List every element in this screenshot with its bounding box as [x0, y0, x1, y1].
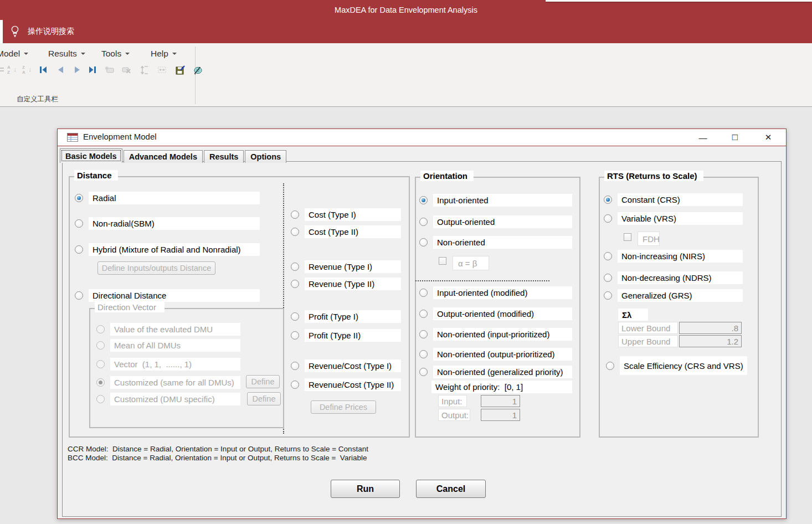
radio-cost-type2[interactable]: Cost (Type II): [291, 225, 401, 238]
radio-vector-ones-label[interactable]: Vector (1, 1, ......, 1): [110, 358, 240, 371]
radio-hybrid[interactable]: Hybrid (Mixture of Radial and Nonradial): [75, 243, 260, 256]
minimize-button[interactable]: —: [693, 131, 712, 143]
radio-revenue-type1-label[interactable]: Revenue (Type I): [305, 260, 401, 273]
radio-hybrid-label[interactable]: Hybrid (Mixture of Radial and Nonradial): [89, 243, 260, 256]
radio-cost-type1-label[interactable]: Cost (Type I): [305, 208, 401, 221]
cancel-button[interactable]: Cancel: [416, 480, 486, 498]
previous-record-icon[interactable]: [55, 65, 65, 75]
radio-non-oriented-output-prioritized-label[interactable]: Non-oriented (output-prioritized): [433, 348, 572, 361]
radio-scale-efficiency-label[interactable]: Scale Efficiency (CRS and VRS): [620, 356, 747, 375]
radio-non-radial-sbm[interactable]: Non-radial(SBM): [75, 217, 260, 230]
radio-revenue-cost-type2[interactable]: Revenue/Cost (Type II): [291, 378, 401, 391]
menu-tools[interactable]: Tools: [101, 48, 130, 60]
menu-results[interactable]: Results: [48, 48, 85, 60]
radio-icon: [75, 245, 83, 254]
menu-model[interactable]: Model: [0, 48, 28, 60]
radio-profit-type1-label[interactable]: Profit (Type I): [305, 310, 401, 323]
radio-customized-dmu-specific[interactable]: Customized (DMU specific): [96, 393, 240, 405]
radio-generalized-grs-label[interactable]: Generalized (GRS): [618, 289, 743, 302]
radio-vector-ones[interactable]: Vector (1, 1, ......, 1): [96, 358, 240, 371]
radio-non-oriented-output-prioritized[interactable]: Non-oriented (output-prioritized): [419, 348, 572, 361]
radio-non-oriented-input-prioritized[interactable]: Non-oriented (input-prioritized): [419, 328, 572, 341]
radio-output-oriented-modified[interactable]: Output-oriented (modified): [419, 307, 572, 320]
column-width-icon[interactable]: [157, 65, 167, 75]
tab-advanced-models[interactable]: Advanced Models: [124, 150, 203, 163]
radio-profit-type2[interactable]: Profit (Type II): [291, 329, 401, 342]
radio-profit-type2-label[interactable]: Profit (Type II): [305, 329, 401, 342]
radio-value-of-evaluated-dmu-label[interactable]: Value of the evaluted DMU: [110, 323, 240, 336]
radio-constant-crs[interactable]: Constant (CRS): [604, 193, 743, 206]
envelopment-model-dialog: Envelopment Model — □ ✕ Basic Models Adv…: [57, 129, 787, 519]
spelling-icon[interactable]: [193, 65, 203, 75]
radio-radial[interactable]: Radial: [75, 192, 260, 204]
sort-descending-icon[interactable]: ZA↓: [22, 65, 32, 75]
radio-revenue-cost-type2-label[interactable]: Revenue/Cost (Type II): [305, 378, 401, 391]
close-button[interactable]: ✕: [759, 131, 778, 143]
fdh-checkbox[interactable]: [624, 233, 631, 241]
radio-profit-type1[interactable]: Profit (Type I): [291, 310, 401, 323]
tab-results[interactable]: Results: [204, 150, 244, 163]
delete-record-icon[interactable]: [122, 65, 131, 75]
new-record-icon[interactable]: [105, 65, 114, 75]
weight-input-field[interactable]: 1: [481, 395, 520, 407]
first-record-icon[interactable]: [38, 65, 48, 75]
radio-output-oriented-label[interactable]: Output-oriented: [433, 215, 572, 228]
save-icon[interactable]: [176, 65, 185, 75]
radio-revenue-cost-type1-label[interactable]: Revenue/Cost (Type I): [305, 359, 401, 372]
define-same-button[interactable]: Define: [246, 375, 280, 388]
radio-non-oriented-label[interactable]: Non-oriented: [433, 236, 572, 249]
radio-radial-label[interactable]: Radial: [89, 192, 260, 204]
radio-non-radial-label[interactable]: Non-radial(SBM): [89, 217, 260, 230]
weight-output-field[interactable]: 1: [481, 409, 520, 421]
radio-value-of-evaluated-dmu[interactable]: Value of the evaluted DMU: [96, 323, 240, 336]
sort-ascending-icon[interactable]: AZ↓: [7, 65, 17, 75]
radio-cost-type2-label[interactable]: Cost (Type II): [305, 225, 401, 238]
define-dmu-specific-button[interactable]: Define: [247, 392, 281, 405]
define-prices-button[interactable]: Define Prices: [311, 400, 376, 414]
radio-scale-efficiency[interactable]: Scale Efficiency (CRS and VRS): [606, 356, 747, 375]
radio-directional-distance-label[interactable]: Directional Distance: [89, 289, 260, 302]
menu-help[interactable]: Help: [151, 48, 177, 60]
radio-non-decreasing-ndrs-label[interactable]: Non-decreasing (NDRS): [618, 271, 743, 284]
radio-constant-crs-label[interactable]: Constant (CRS): [618, 193, 743, 206]
tell-me-search[interactable]: 操作说明搜索: [10, 23, 74, 40]
radio-customized-dmu-specific-label[interactable]: Customized (DMU specific): [110, 393, 240, 405]
upper-bound-field[interactable]: 1.2: [679, 335, 742, 347]
radio-input-oriented-modified[interactable]: Input-oriented (modified): [419, 286, 572, 299]
radio-revenue-type2-label[interactable]: Revenue (Type II): [305, 278, 401, 290]
next-record-icon[interactable]: [73, 65, 82, 75]
radio-non-increasing-nirs[interactable]: Non-increasing (NIRS): [604, 250, 743, 263]
tab-basic-models[interactable]: Basic Models: [60, 148, 122, 163]
run-button[interactable]: Run: [331, 480, 400, 498]
radio-revenue-type1[interactable]: Revenue (Type I): [291, 260, 401, 273]
radio-non-oriented-generalized-priority-label[interactable]: Non-oriented (generalized priority): [433, 366, 572, 378]
radio-non-increasing-nirs-label[interactable]: Non-increasing (NIRS): [618, 250, 743, 263]
maximize-button[interactable]: □: [726, 131, 744, 143]
lower-bound-field[interactable]: .8: [679, 322, 742, 334]
radio-non-oriented-generalized-priority[interactable]: Non-oriented (generalized priority): [419, 366, 572, 378]
radio-input-oriented-label[interactable]: Input-oriented: [433, 194, 572, 207]
last-record-icon[interactable]: [88, 65, 97, 75]
alpha-beta-checkbox[interactable]: [439, 257, 446, 265]
radio-input-oriented[interactable]: Input-oriented: [419, 194, 572, 207]
tab-options[interactable]: Options: [245, 150, 286, 163]
radio-customized-same-label[interactable]: Customized (same for all DMUs): [110, 376, 240, 389]
radio-revenue-cost-type1[interactable]: Revenue/Cost (Type I): [291, 359, 401, 372]
radio-mean-of-all-dmus-label[interactable]: Mean of All DMUs: [110, 339, 240, 352]
define-inputs-outputs-distance-button[interactable]: Define Inputs/outputs Distance: [97, 261, 215, 275]
radio-generalized-grs[interactable]: Generalized (GRS): [604, 289, 743, 302]
radio-non-decreasing-ndrs[interactable]: Non-decreasing (NDRS): [604, 271, 743, 284]
radio-output-oriented[interactable]: Output-oriented: [419, 215, 572, 228]
radio-cost-type1[interactable]: Cost (Type I): [291, 208, 401, 221]
radio-variable-vrs[interactable]: Variable (VRS): [604, 212, 743, 225]
radio-non-oriented-input-prioritized-label[interactable]: Non-oriented (input-prioritized): [433, 328, 572, 341]
radio-non-oriented[interactable]: Non-oriented: [419, 236, 572, 249]
row-height-icon[interactable]: [139, 65, 148, 75]
radio-directional-distance[interactable]: Directional Distance: [75, 289, 260, 302]
radio-revenue-type2[interactable]: Revenue (Type II): [291, 278, 401, 290]
radio-mean-of-all-dmus[interactable]: Mean of All DMUs: [96, 339, 240, 352]
radio-input-oriented-modified-label[interactable]: Input-oriented (modified): [433, 286, 572, 299]
radio-output-oriented-modified-label[interactable]: Output-oriented (modified): [433, 307, 572, 320]
radio-customized-same[interactable]: Customized (same for all DMUs): [96, 376, 240, 389]
radio-variable-vrs-label[interactable]: Variable (VRS): [618, 212, 743, 225]
